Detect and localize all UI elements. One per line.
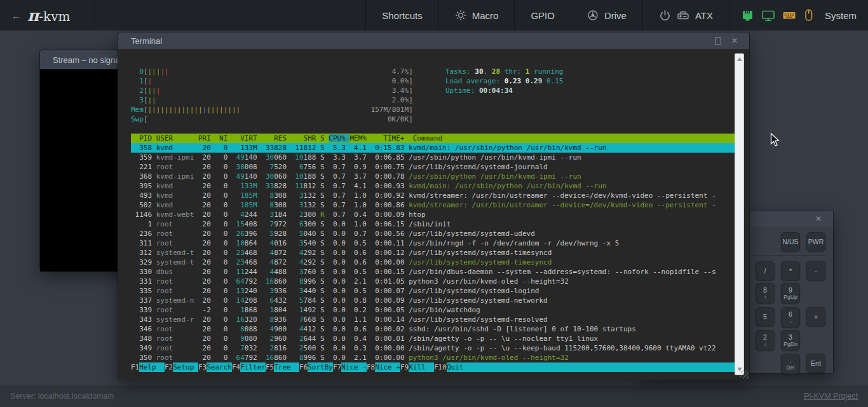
- process-row[interactable]: 395 kvmd 20 0 133M 33828 11812 S 0.7 4.1…: [131, 181, 735, 191]
- process-row[interactable]: 359 kvmd-ipmi 20 0 49140 30060 10188 S 3…: [131, 153, 735, 162]
- terminal-maximize-button[interactable]: [710, 32, 726, 49]
- process-row[interactable]: 339 root -2 0 1868 1804 1492 S 0.0 0.2 0…: [131, 305, 735, 315]
- navbar-spacer: [95, 0, 365, 31]
- window-resize-grip[interactable]: [740, 370, 749, 378]
- keypad-close-button[interactable]: ✕: [810, 210, 827, 227]
- keypad-key-[interactable]: -: [806, 261, 825, 280]
- process-row[interactable]: 368 kvmd-ipmi 20 0 49140 30060 10188 S 0…: [131, 172, 735, 181]
- process-row[interactable]: 335 root 20 0 13240 3936 3440 S 0.0 0.5 …: [131, 286, 735, 296]
- fkey-label[interactable]: Nice +: [375, 362, 400, 372]
- keypad-key-pwr[interactable]: PWR: [806, 232, 825, 251]
- terminal-scrollbar[interactable]: [735, 53, 744, 375]
- process-row[interactable]: 236 root 20 0 26396 5928 5040 S 0.0 0.7 …: [131, 229, 735, 238]
- back-arrow-icon[interactable]: ←: [11, 10, 21, 21]
- process-row[interactable]: 350 root 20 0 64792 16860 8996 S 0.0 2.1…: [131, 353, 735, 362]
- nav-item-system[interactable]: System: [825, 10, 857, 21]
- terminal-window: Terminal ✕ 0[||||| 4.7%] 1[| 0.0%] 2[|||: [118, 32, 750, 380]
- nav-label-macro: Macro: [472, 10, 499, 21]
- mouse-cursor-icon: [770, 133, 780, 147]
- process-row[interactable]: 311 root 20 0 10864 4016 3540 S 0.0 0.5 …: [131, 238, 735, 248]
- process-row[interactable]: 358 kvmd 20 0 133M 33828 11812 S 5.3 4.1…: [131, 143, 735, 153]
- fkey-label[interactable]: Quit: [447, 362, 472, 372]
- keypad-key-nus[interactable]: N/US: [781, 232, 800, 251]
- server-label: Server: localhost.localdomain: [10, 392, 114, 401]
- nav-item-macro[interactable]: Macro: [438, 0, 515, 31]
- process-row[interactable]: 348 root 20 0 9080 2960 2644 S 0.0 0.4 0…: [131, 334, 735, 343]
- fkey-label[interactable]: Nice -: [341, 362, 367, 372]
- fkey-key[interactable]: F2: [165, 362, 173, 372]
- nav-item-gpio[interactable]: GPIO: [514, 0, 571, 31]
- fkey-key[interactable]: F1: [131, 362, 139, 372]
- fkey-key[interactable]: F8: [367, 362, 375, 372]
- process-row[interactable]: 343 systemd-r 20 0 16320 8936 7668 S 0.0…: [131, 315, 735, 324]
- logo-group[interactable]: ← π-kvm: [0, 0, 95, 31]
- meter-line: Swp[ 0K/0K]: [131, 114, 735, 124]
- meter-line: 1[| 0.0%]: [131, 76, 735, 86]
- keypad-key-[interactable]: +: [806, 307, 825, 326]
- fkey-label[interactable]: Kill: [409, 362, 434, 372]
- keypad-key-2[interactable]: 2↓: [756, 330, 775, 350]
- fkey-label[interactable]: Setup: [173, 362, 198, 372]
- process-row[interactable]: 330 dbus 20 0 11244 4488 3760 S 0.0 0.5 …: [131, 267, 735, 277]
- terminal-window-header[interactable]: Terminal ✕: [118, 32, 749, 49]
- keypad-key-ent[interactable]: Ent: [806, 354, 825, 373]
- htop-output: 0[||||| 4.7%] 1[| 0.0%] 2[||| 3.4%]: [131, 67, 735, 372]
- meter-line: Mem[|||||||||||||||||||||| 157M/801M]: [131, 105, 735, 114]
- pikvm-project-link[interactable]: Pi-KVM Project: [804, 392, 858, 401]
- display-icon[interactable]: [761, 10, 775, 22]
- process-row[interactable]: 312 systemd-t 20 0 23468 4872 4292 S 0.0…: [131, 248, 735, 258]
- nav-item-shortcuts[interactable]: Shortcuts: [365, 0, 438, 31]
- terminal-close-button[interactable]: ✕: [726, 32, 743, 49]
- fkey-key[interactable]: F6: [299, 362, 308, 372]
- fkey-label[interactable]: Help: [139, 362, 165, 372]
- process-row[interactable]: 329 systemd-t 20 0 23468 4872 4292 S 0.0…: [131, 258, 735, 267]
- keypad-key-3[interactable]: 3PgDn: [781, 330, 800, 350]
- htop-function-bar: F1Help F2Setup F3SearchF4FilterF5Tree F6…: [131, 362, 735, 372]
- process-row[interactable]: 349 root 20 0 7032 2816 2500 S 0.0 0.3 0…: [131, 343, 735, 353]
- keypad-key-6[interactable]: 6→: [781, 307, 800, 328]
- top-navbar: ← π-kvm Shortcuts Macro GPIO: [0, 0, 868, 31]
- process-row[interactable]: 1146 kvmd-webt 20 0 4244 3184 2300 R 0.7…: [131, 210, 735, 219]
- terminal-content[interactable]: 0[||||| 4.7%] 1[| 0.0%] 2[||| 3.4%]: [118, 49, 749, 380]
- lan-icon[interactable]: [741, 10, 754, 22]
- keypad-key-9[interactable]: 9PgUp: [781, 283, 800, 303]
- keyboard-icon[interactable]: [782, 10, 796, 21]
- fkey-label[interactable]: SortBy: [308, 362, 333, 372]
- fkey-key[interactable]: F7: [333, 362, 341, 372]
- gear-icon: [455, 10, 466, 21]
- keypad-key-[interactable]: /: [756, 261, 775, 280]
- keypad-key-8[interactable]: 8↑: [756, 283, 775, 303]
- meter-line: 3[|| 2.0%]: [131, 95, 735, 105]
- scroll-up-icon[interactable]: [737, 57, 742, 61]
- nav-label-atx: ATX: [695, 10, 713, 21]
- fkey-key[interactable]: F4: [232, 362, 240, 372]
- keypad-key-[interactable]: *: [781, 261, 800, 280]
- nav-item-drive[interactable]: Drive: [571, 0, 642, 31]
- nav-label-gpio: GPIO: [531, 10, 555, 21]
- fkey-key[interactable]: F5: [266, 362, 274, 372]
- fkey-key[interactable]: F3: [198, 362, 207, 372]
- keypad-key-5[interactable]: 5: [756, 307, 775, 326]
- fkey-label[interactable]: Tree: [274, 362, 299, 372]
- mouse-icon[interactable]: [803, 9, 814, 22]
- nav-system-group: System: [729, 0, 868, 31]
- process-row[interactable]: 331 root 20 0 64792 16860 8996 S 0.0 2.1…: [131, 277, 735, 286]
- process-row[interactable]: 493 kvmd 20 0 185M 8308 3132 S 0.7 1.0 0…: [131, 191, 735, 200]
- process-row[interactable]: 221 root 20 0 38008 7520 6756 S 0.7 0.9 …: [131, 162, 735, 172]
- htop-table-header[interactable]: PID USER PRI NI VIRT RES SHR S CPU%-MEM%…: [131, 134, 735, 143]
- power-icon: [659, 10, 671, 22]
- nav-item-atx[interactable]: ATX: [642, 0, 729, 31]
- app-logo: π-kvm: [27, 6, 70, 25]
- process-row[interactable]: 502 kvmd 20 0 185M 8308 3132 S 0.7 1.0 0…: [131, 200, 735, 210]
- terminal-window-title: Terminal: [131, 36, 710, 46]
- fkey-key[interactable]: F10: [434, 362, 447, 372]
- fkey-label[interactable]: Filter: [240, 362, 266, 372]
- process-row[interactable]: 337 systemd-n 20 0 14208 6432 5784 S 0.0…: [131, 296, 735, 305]
- meter-line: 0[||||| 4.7%]: [131, 67, 735, 76]
- process-row[interactable]: 1 root 20 0 15408 7972 6300 S 0.0 1.0 0:…: [131, 219, 735, 229]
- process-row[interactable]: 346 root 20 0 8088 4900 4412 S 0.0 0.6 0…: [131, 324, 735, 334]
- keypad-key-[interactable]: .Del: [781, 354, 800, 374]
- fkey-key[interactable]: F9: [400, 362, 409, 372]
- fkey-label[interactable]: Search: [207, 362, 232, 372]
- htop-summary: Tasks: 30, 28 thr; 1 runningLoad average…: [445, 67, 563, 95]
